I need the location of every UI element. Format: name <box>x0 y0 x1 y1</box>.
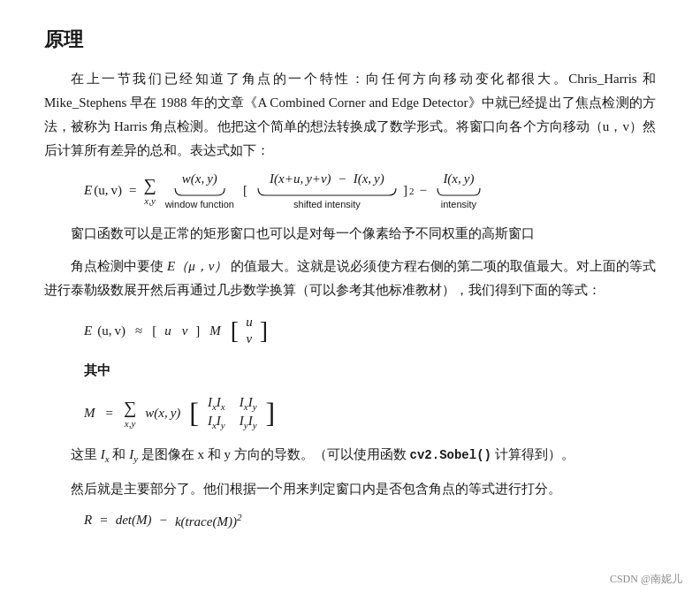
paragraph-1: 在上一节我们已经知道了角点的一个特性：向任何方向移动变化都很大。Chris_Ha… <box>44 67 656 163</box>
paragraph-zhongqi: 其中 <box>84 359 656 383</box>
section-title: 原理 <box>44 27 656 53</box>
paragraph-2: 窗口函数可以是正常的矩形窗口也可以是对每一个像素给予不同权重的高斯窗口 <box>44 222 656 246</box>
formula-euv: E(u, v) = ∑ x,y w(x, y) window function … <box>84 171 656 209</box>
formula-M: M = ∑ x,y w(x, y) [ IxIx IxIy IxIy IyIy … <box>84 393 656 432</box>
paragraph-4: 这里 Ix 和 Iy 是图像在 x 和 y 方向的导数。（可以使用函数 cv2.… <box>44 443 656 468</box>
brace-intensity <box>436 186 482 197</box>
formula-approx: E(u, v) ≈ [ u v ] M [ u v ] <box>84 313 656 348</box>
brace-window <box>165 186 234 197</box>
watermark: CSDN @南妮儿 <box>610 572 682 587</box>
formula-R: R = det(M) − k(trace(M))2 <box>84 512 656 529</box>
brace-shifted <box>256 186 398 197</box>
code-sobel: cv2.Sobel() <box>410 448 491 462</box>
paragraph-3: 角点检测中要使 E（μ，ν） 的值最大。这就是说必须使方程右侧的第二项的取值最大… <box>44 255 656 302</box>
paragraph-5: 然后就是主要部分了。他们根据一个用来判定窗口内是否包含角点的等式进行打分。 <box>44 477 656 501</box>
